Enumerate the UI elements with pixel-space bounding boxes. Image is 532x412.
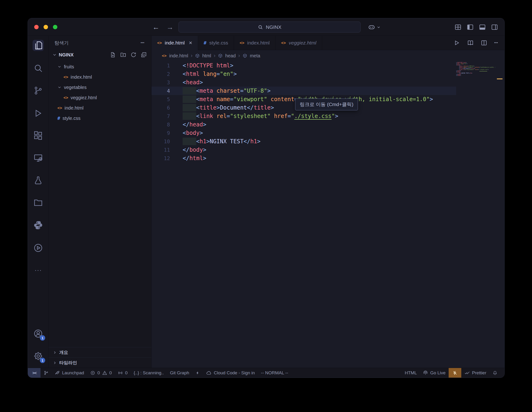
prettier-status[interactable]: Prettier	[461, 368, 489, 378]
close-icon[interactable]: ×	[189, 39, 192, 46]
chevron-right-icon	[53, 361, 57, 365]
code-line-8[interactable]: 8</head>	[152, 120, 456, 129]
activity-settings[interactable]: 1	[33, 350, 44, 362]
remote-indicator[interactable]: ><	[28, 368, 40, 378]
line-number: 10	[152, 139, 170, 144]
new-folder-icon[interactable]	[120, 52, 126, 58]
workspace-name: NGINX	[59, 52, 74, 57]
editor-scrollbar[interactable]	[495, 61, 504, 368]
activity-extensions[interactable]	[33, 130, 44, 141]
outline-label: 개요	[59, 349, 68, 356]
tree-item-style-css[interactable]: # style.css	[48, 113, 151, 123]
breadcrumb-html[interactable]: html	[202, 53, 211, 58]
toggle-panel-icon[interactable]	[479, 23, 486, 31]
python-icon	[33, 220, 43, 230]
git-graph-button[interactable]: Git Graph	[167, 368, 192, 378]
minimize-window-button[interactable]	[44, 25, 48, 29]
scanning-status[interactable]: {..} : Scanning..	[131, 368, 167, 378]
language-mode[interactable]: HTML	[402, 368, 420, 378]
collapse-all-icon[interactable]	[141, 52, 147, 58]
warning-icon	[102, 370, 107, 375]
tree-item-index-html[interactable]: <> index.html	[48, 72, 151, 82]
minimap[interactable]: <!DOCTYPE html><html lang="en"><head> <m…	[456, 62, 495, 76]
command-center-search[interactable]: NGINX	[178, 21, 361, 33]
source-control-graph-button[interactable]	[40, 368, 52, 378]
play-circle-icon	[33, 243, 43, 253]
toggle-secondary-sidebar-icon[interactable]	[491, 23, 498, 31]
bell-icon	[493, 370, 498, 375]
outline-section[interactable]: 개요	[48, 347, 151, 357]
refresh-icon[interactable]	[130, 52, 137, 58]
go-live-button[interactable]: Go Live	[420, 368, 448, 378]
tree-item-veggiez-html[interactable]: <> veggiez.html	[48, 93, 151, 103]
new-file-icon[interactable]	[110, 52, 116, 58]
tab-style-css[interactable]: # style.css	[198, 36, 234, 50]
remote-icon: ><	[32, 370, 36, 375]
tab-index-html[interactable]: <> index.html	[234, 36, 275, 50]
breadcrumb-meta[interactable]: meta	[250, 53, 260, 58]
breadcrumb-file[interactable]: inde.html	[169, 53, 188, 58]
breadcrumb-head[interactable]: head	[225, 53, 236, 58]
back-arrow-icon[interactable]: ←	[152, 23, 160, 31]
format-toggle-button[interactable]	[449, 368, 461, 378]
code-line-12[interactable]: 12</html>	[152, 154, 456, 162]
tree-item-vegetables[interactable]: vegetables	[48, 82, 151, 93]
html-file-icon: <>	[281, 40, 286, 45]
activity-accounts[interactable]: 1	[33, 328, 44, 339]
activity-run-debug[interactable]	[33, 108, 44, 119]
run-file-icon[interactable]	[453, 39, 460, 46]
ports-indicator[interactable]: 0	[115, 368, 131, 378]
activity-more[interactable]: ···	[33, 264, 44, 276]
tree-item-inde-html[interactable]: <> inde.html	[48, 103, 151, 113]
timeline-section[interactable]: 타임라인	[48, 357, 151, 368]
line-number: 11	[152, 147, 170, 153]
tab-veggiez-html[interactable]: <> veggiez.html	[275, 36, 322, 50]
code-line-7[interactable]: 7 <link rel="stylesheet" href="./style.c…	[152, 112, 456, 120]
toggle-primary-sidebar-icon[interactable]	[466, 23, 474, 31]
forward-arrow-icon[interactable]: →	[166, 23, 173, 31]
zoom-window-button[interactable]	[53, 25, 57, 29]
broadcast-icon	[118, 370, 123, 375]
vscode-window: ← → NGINX	[28, 18, 505, 378]
chevron-down-icon	[52, 52, 57, 57]
notifications-button[interactable]	[489, 368, 501, 378]
activity-search[interactable]	[33, 63, 44, 74]
activity-remote-explorer[interactable]	[33, 152, 44, 164]
activity-code-runner[interactable]	[33, 242, 44, 253]
activity-source-control[interactable]	[33, 85, 44, 96]
activity-python[interactable]	[33, 220, 44, 231]
warning-count: 0	[109, 370, 112, 375]
open-preview-icon[interactable]	[467, 39, 474, 46]
customize-layout-icon[interactable]	[454, 23, 462, 31]
code-line-3[interactable]: 3<head>	[152, 78, 456, 87]
css-file-icon: #	[57, 115, 60, 121]
flash-button[interactable]	[192, 368, 203, 378]
code-line-11[interactable]: 11</body>	[152, 146, 456, 154]
line-number: 3	[152, 80, 170, 85]
code-text: </html>	[183, 154, 206, 162]
code-line-2[interactable]: 2<html lang="en">	[152, 70, 456, 78]
cloud-icon	[206, 370, 212, 376]
activity-explorer[interactable]	[33, 40, 44, 51]
workspace-section-header[interactable]: NGINX	[48, 49, 151, 60]
chevron-down-icon	[57, 65, 62, 69]
file-label: inde.html	[64, 105, 83, 111]
explorer-more-icon[interactable]: ···	[141, 40, 144, 46]
problems-indicator[interactable]: 0 0	[87, 368, 115, 378]
cloud-code-signin[interactable]: Cloud Code - Sign in	[203, 368, 258, 378]
code-line-9[interactable]: 9<body>	[152, 129, 456, 137]
vim-mode-indicator[interactable]: -- NORMAL --	[258, 368, 291, 378]
code-line-1[interactable]: 1<!DOCTYPE html>	[152, 61, 456, 70]
editor-more-icon[interactable]: ···	[494, 40, 498, 46]
tree-item-fruits[interactable]: fruits	[48, 62, 151, 72]
error-count: 0	[97, 370, 100, 375]
close-window-button[interactable]	[34, 25, 39, 29]
code-line-10[interactable]: 10 <h1>NGINX TEST</h1>	[152, 137, 456, 146]
split-editor-icon[interactable]	[481, 39, 487, 46]
code-line-4[interactable]: 4 <meta charset="UTF-8">	[152, 87, 456, 95]
activity-project-manager[interactable]	[33, 197, 44, 208]
copilot-menu[interactable]	[368, 23, 381, 31]
activity-testing[interactable]	[33, 175, 44, 186]
launchpad-button[interactable]: Launchpad	[52, 368, 87, 378]
tab-inde-html[interactable]: <> inde.html ×	[152, 36, 198, 50]
